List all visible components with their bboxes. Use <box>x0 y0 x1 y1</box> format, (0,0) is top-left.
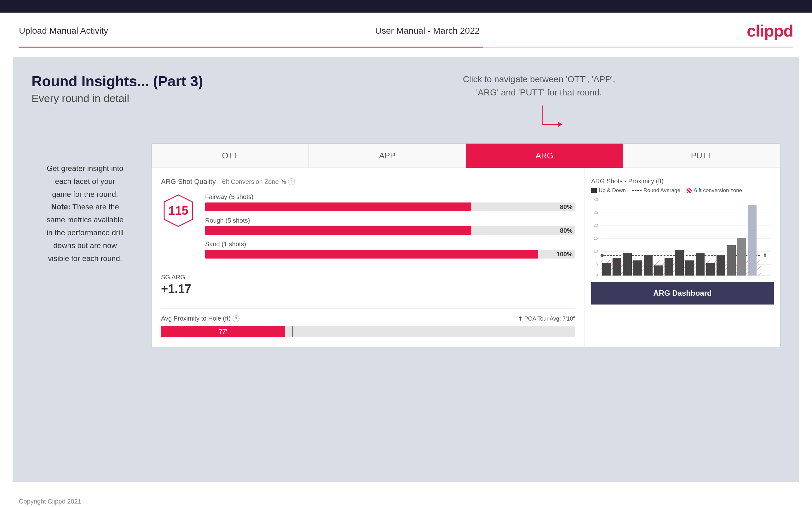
legend-conversion: 6 ft conversion zone <box>687 187 742 194</box>
logo: clippd <box>747 21 793 40</box>
bar-fill-sand <box>205 250 538 259</box>
proximity-bar-fill: 77' <box>161 326 285 337</box>
copyright: Copyright Clippd 2021 <box>0 492 812 507</box>
shot-label-fairway: Fairway (5 shots) <box>205 193 575 201</box>
svg-rect-36 <box>737 238 746 276</box>
page-title: Round Insights... (Part 3) <box>32 73 203 90</box>
proximity-title: Avg Proximity to Hole (ft) ? <box>161 315 240 322</box>
legend-round-avg-label: Round Average <box>644 187 680 194</box>
main-card: OTT APP ARG PUTT ARG Shot Quality 6ft Co… <box>151 143 780 347</box>
section-subtitle: 6ft Conversion Zone % ? <box>222 178 295 185</box>
hex-score-row: 115 Fairway (5 shots) 80% <box>161 193 575 264</box>
chart-area: 30 25 20 15 10 5 0 <box>591 197 774 279</box>
legend-hatch-icon <box>687 188 692 193</box>
shot-row-fairway: Fairway (5 shots) 80% <box>205 193 575 211</box>
svg-point-19 <box>601 254 604 257</box>
card-body: ARG Shot Quality 6ft Conversion Zone % ? <box>152 168 780 347</box>
svg-rect-24 <box>613 258 621 276</box>
svg-marker-2 <box>558 122 562 127</box>
sg-label: SG ARG <box>161 274 575 281</box>
bar-fill-rough <box>205 226 471 235</box>
annotation-area <box>297 99 780 137</box>
note-label: Note: <box>51 203 70 211</box>
svg-text:8: 8 <box>764 252 766 258</box>
svg-rect-37 <box>748 205 757 276</box>
chart-title: ARG Shots - Proximity (ft) <box>591 178 664 185</box>
left-data-panel: ARG Shot Quality 6ft Conversion Zone % ? <box>152 168 585 347</box>
sg-value: +1.17 <box>161 282 575 296</box>
upload-label[interactable]: Upload Manual Activity <box>19 26 108 36</box>
bar-fairway: 80% <box>205 203 575 211</box>
legend-up-down: Up & Down <box>591 187 626 194</box>
proximity-bar: 77' <box>161 326 575 337</box>
svg-rect-33 <box>706 263 715 276</box>
shot-label-rough: Rough (5 shots) <box>205 217 575 224</box>
chart-legend: Up & Down Round Average 6 ft conversion … <box>591 187 742 194</box>
bar-rough: 80% <box>205 226 575 235</box>
nav-hint-block: Click to navigate between 'OTT', 'APP', … <box>203 73 780 140</box>
proximity-value: 77' <box>219 328 227 335</box>
tab-arg[interactable]: ARG <box>466 144 623 168</box>
tab-ott[interactable]: OTT <box>152 144 309 168</box>
svg-text:0: 0 <box>596 273 598 277</box>
svg-text:30: 30 <box>594 197 598 202</box>
svg-text:25: 25 <box>594 210 598 215</box>
bar-pct-rough: 80% <box>560 227 572 234</box>
proximity-question-mark[interactable]: ? <box>233 315 240 322</box>
doc-title: User Manual - March 2022 <box>375 26 479 36</box>
legend-conversion-label: 6 ft conversion zone <box>694 187 742 194</box>
pga-avg: ⬆ PGA Tour Avg: 7'10" <box>518 315 575 322</box>
shot-bars: Fairway (5 shots) 80% Rough (5 shots) <box>205 193 575 264</box>
svg-rect-23 <box>602 263 611 276</box>
header: Upload Manual Activity User Manual - Mar… <box>0 13 812 47</box>
svg-text:5: 5 <box>596 262 598 267</box>
title-block: Round Insights... (Part 3) Every round i… <box>32 73 203 105</box>
svg-rect-32 <box>696 253 705 276</box>
page-subtitle: Every round in detail <box>32 92 203 105</box>
svg-rect-29 <box>665 258 673 276</box>
svg-text:15: 15 <box>594 236 598 240</box>
shot-label-sand: Sand (1 shots) <box>205 240 575 248</box>
top-section: Round Insights... (Part 3) Every round i… <box>32 73 780 140</box>
svg-text:20: 20 <box>594 223 598 228</box>
chart-title-row: ARG Shots - Proximity (ft) Up & Down Rou… <box>591 178 774 194</box>
section-title: ARG Shot Quality <box>161 178 216 186</box>
svg-rect-34 <box>716 256 725 276</box>
main-content: Round Insights... (Part 3) Every round i… <box>13 57 799 482</box>
svg-rect-26 <box>633 261 642 276</box>
legend-square-icon <box>591 188 597 193</box>
svg-rect-28 <box>654 266 663 276</box>
left-insight-text: Get greater insight into each facet of y… <box>32 162 139 265</box>
arrow-annotation <box>530 106 567 137</box>
nav-hint: Click to navigate between 'OTT', 'APP', … <box>297 73 780 99</box>
svg-rect-35 <box>727 245 736 276</box>
sg-section: SG ARG +1.17 <box>161 274 575 296</box>
legend-round-avg: Round Average <box>632 187 680 194</box>
tab-app[interactable]: APP <box>309 144 466 168</box>
svg-text:10: 10 <box>594 249 598 253</box>
question-mark-icon[interactable]: ? <box>288 178 295 185</box>
proximity-cursor <box>292 326 293 337</box>
tab-putt[interactable]: PUTT <box>623 144 780 168</box>
svg-rect-25 <box>623 253 632 276</box>
svg-rect-30 <box>675 250 684 276</box>
card-container: Get greater insight into each facet of y… <box>32 143 780 347</box>
bar-pct-sand: 100% <box>556 251 572 258</box>
svg-rect-27 <box>644 256 653 276</box>
chart-svg: 30 25 20 15 10 5 0 <box>591 197 774 279</box>
left-insight-panel: Get greater insight into each facet of y… <box>32 143 151 347</box>
arg-dashboard-button[interactable]: ARG Dashboard <box>591 282 774 304</box>
bar-pct-fairway: 80% <box>560 204 572 211</box>
hex-number: 115 <box>168 204 188 218</box>
tabs-row: OTT APP ARG PUTT <box>152 144 780 168</box>
bar-sand: 100% <box>205 250 575 259</box>
bar-fill-fairway <box>205 203 471 211</box>
shot-row-sand: Sand (1 shots) 100% <box>205 240 575 259</box>
proximity-header: Avg Proximity to Hole (ft) ? ⬆ PGA Tour … <box>161 315 575 322</box>
top-bar <box>0 0 812 13</box>
legend-up-down-label: Up & Down <box>599 187 626 194</box>
svg-rect-31 <box>685 261 694 276</box>
shot-row-rough: Rough (5 shots) 80% <box>205 217 575 235</box>
right-chart-panel: ARG Shots - Proximity (ft) Up & Down Rou… <box>585 168 780 347</box>
section-header: ARG Shot Quality 6ft Conversion Zone % ? <box>161 178 575 186</box>
